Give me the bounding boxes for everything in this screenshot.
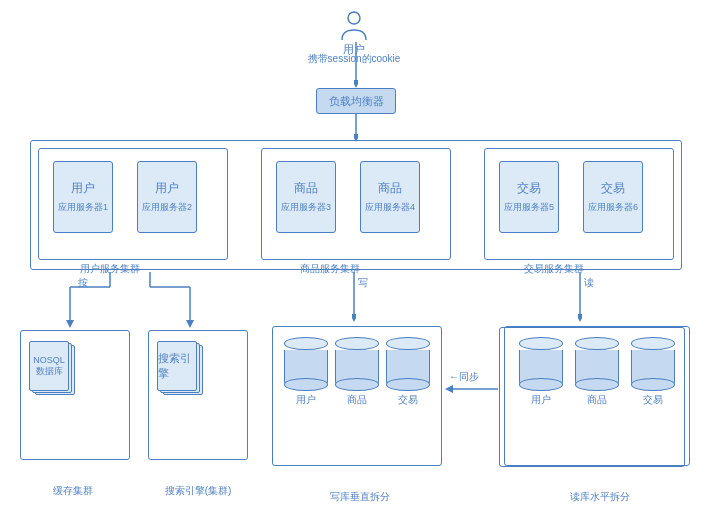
trade-cluster: 交易 应用服务器5 交易 应用服务器6 (484, 148, 674, 260)
write-db-product: 商品 (335, 337, 379, 407)
trade-server-1: 交易 应用服务器5 (499, 161, 559, 233)
user-server-1-title: 用户 (71, 180, 95, 197)
write-db-product-label: 商品 (335, 393, 379, 407)
write-db-box: 用户 商品 交易 (272, 326, 442, 466)
trade-cluster-name: 交易服务集群 (524, 262, 584, 276)
nosql-group-label: 缓存集群 (18, 484, 128, 498)
write-db-user-label: 用户 (284, 393, 328, 407)
user-server-2-label: 应用服务器2 (142, 201, 192, 214)
user-server-1: 用户 应用服务器1 (53, 161, 113, 233)
user-server-2: 用户 应用服务器2 (137, 161, 197, 233)
write-db-trade-label: 交易 (386, 393, 430, 407)
product-server-2: 商品 应用服务器4 (360, 161, 420, 233)
arrow-lb-cluster (354, 114, 358, 142)
svg-marker-12 (186, 320, 194, 328)
svg-marker-18 (445, 385, 453, 393)
load-balancer-label: 负载均衡器 (329, 94, 384, 109)
arrow-nosql (60, 272, 120, 332)
product-server-2-label: 应用服务器4 (365, 201, 415, 214)
nosql-label: NOSQL数据库 (30, 355, 68, 377)
nosql-cluster-box: NOSQL数据库 (20, 330, 130, 460)
product-server-1-title: 商品 (294, 180, 318, 197)
search-group-label: 搜索引擎(集群) (148, 484, 248, 498)
svg-marker-14 (352, 314, 356, 322)
arrow-read-label: 读 (584, 276, 594, 290)
trade-server-2: 交易 应用服务器6 (583, 161, 643, 233)
write-db-user: 用户 (284, 337, 328, 407)
user-icon (340, 10, 368, 42)
svg-marker-16 (578, 314, 582, 322)
svg-marker-8 (66, 320, 74, 328)
write-db-label: 写库垂直拆分 (280, 490, 440, 504)
read-db-label: 读库水平拆分 (510, 490, 690, 504)
diagram: 用户 携带session的cookie 负载均衡器 用户 应用服务器1 用户 应… (0, 0, 712, 512)
user-server-2-title: 用户 (155, 180, 179, 197)
arrow-search (140, 272, 200, 332)
trade-server-1-label: 应用服务器5 (504, 201, 554, 214)
trade-server-1-title: 交易 (517, 180, 541, 197)
svg-marker-2 (354, 80, 358, 88)
arrow-write (352, 272, 356, 322)
arrow-write-label: 写 (358, 276, 368, 290)
product-cluster-name: 商品服务集群 (300, 262, 360, 276)
user-server-1-label: 应用服务器1 (58, 201, 108, 214)
load-balancer: 负载均衡器 (316, 88, 396, 114)
read-db-box: 用户 商品 交易 (504, 326, 690, 466)
write-db-trade: 交易 (386, 337, 430, 407)
sync-arrow (443, 382, 503, 396)
svg-point-0 (348, 12, 360, 24)
sync-label: ←同步 (449, 370, 479, 384)
search-cluster-box: 搜索引擎 (148, 330, 248, 460)
user-cluster: 用户 应用服务器1 用户 应用服务器2 (38, 148, 228, 260)
product-server-1-label: 应用服务器3 (281, 201, 331, 214)
product-server-2-title: 商品 (378, 180, 402, 197)
product-server-1: 商品 应用服务器3 (276, 161, 336, 233)
trade-server-2-title: 交易 (601, 180, 625, 197)
arrow-read (578, 272, 582, 322)
search-label: 搜索引擎 (158, 351, 196, 381)
product-cluster: 商品 应用服务器3 商品 应用服务器4 (261, 148, 451, 260)
trade-server-2-label: 应用服务器6 (588, 201, 638, 214)
arrow-user-lb (354, 42, 358, 88)
arrow-fetch-label: 按 (78, 276, 88, 290)
